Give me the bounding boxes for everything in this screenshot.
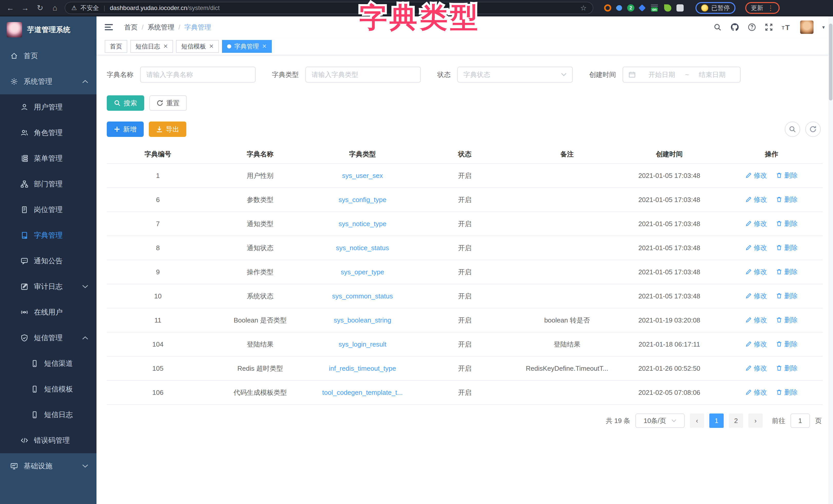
forward-icon[interactable]: → [20, 4, 30, 12]
dict-type-link[interactable]: sys_notice_type [338, 220, 386, 228]
dict-name-input[interactable]: 请输入字典名称 [140, 67, 256, 82]
dict-type-link[interactable]: inf_redis_timeout_type [329, 364, 396, 372]
page-button-1[interactable]: 1 [709, 413, 724, 428]
bookmark-star-icon[interactable]: ☆ [580, 4, 587, 12]
sidebar-item-online-users[interactable]: 在线用户 [0, 299, 96, 325]
sidebar-item-infrastructure[interactable]: 基础设施 [0, 453, 96, 479]
paused-extension-badge[interactable]: 已暂停 [695, 2, 736, 14]
dict-type-link[interactable]: sys_config_type [338, 196, 386, 204]
edit-link[interactable]: 修改 [745, 316, 767, 325]
status-select[interactable]: 字典状态 [457, 67, 573, 82]
edit-link[interactable]: 修改 [745, 364, 767, 373]
extensions-puzzle-icon[interactable] [676, 4, 684, 11]
dict-type-link[interactable]: tool_codegen_template_t... [322, 388, 403, 396]
chevron-down-icon[interactable]: ▾ [822, 24, 825, 30]
delete-link[interactable]: 删除 [776, 340, 798, 349]
breadcrumb-item[interactable]: 首页 [124, 23, 138, 32]
sidebar-item-home[interactable]: 首页 [0, 43, 96, 69]
edit-link[interactable]: 修改 [745, 388, 767, 397]
sidebar-item-post-mgmt[interactable]: 岗位管理 [0, 197, 96, 223]
page-size-select[interactable]: 10条/页 [636, 413, 685, 428]
dict-type-input[interactable]: 请输入字典类型 [305, 67, 421, 82]
user-avatar[interactable] [800, 21, 813, 34]
extension-icon[interactable]: on [650, 4, 659, 11]
date-range-picker[interactable]: 开始日期 ~ 结束日期 [623, 67, 741, 82]
tab-close-icon[interactable]: ✕ [163, 43, 168, 50]
edit-link[interactable]: 修改 [745, 268, 767, 276]
end-date-input[interactable]: 结束日期 [690, 70, 735, 79]
sidebar-item-sms-log[interactable]: 短信日志 [0, 402, 96, 428]
dict-type-link[interactable]: sys_boolean_string [334, 316, 391, 324]
sidebar-item-notice[interactable]: 通知公告 [0, 248, 96, 274]
goto-page-input[interactable]: 1 [790, 413, 810, 428]
sidebar-item-user-mgmt[interactable]: 用户管理 [0, 94, 96, 120]
url-text[interactable]: dashboard.yudao.iocoder.cn/system/dict [110, 4, 220, 11]
tab-短信模板[interactable]: 短信模板 ✕ [176, 40, 219, 53]
search-button[interactable]: 搜索 [107, 95, 144, 111]
sidebar-item-dict-mgmt[interactable]: 字典管理 [0, 223, 96, 248]
add-button[interactable]: 新增 [107, 122, 144, 137]
extension-icon[interactable] [639, 4, 646, 11]
tab-close-icon[interactable]: ✕ [262, 43, 267, 50]
breadcrumb-item[interactable]: 系统管理 [147, 23, 174, 32]
scrollbar-thumb[interactable] [829, 24, 832, 100]
home-nav-icon[interactable]: ⌂ [50, 4, 60, 12]
back-icon[interactable]: ← [5, 4, 16, 12]
sidebar-item-system-mgmt[interactable]: 系统管理 [0, 69, 96, 94]
address-bar[interactable]: ⚠ 不安全 | dashboard.yudao.iocoder.cn/syste… [65, 2, 593, 14]
sidebar-item-sms-template[interactable]: 短信模板 [0, 376, 96, 402]
dict-type-link[interactable]: sys_login_result [338, 341, 386, 348]
security-warning-icon[interactable]: ⚠ [71, 4, 77, 11]
security-warning-label[interactable]: 不安全 [80, 4, 99, 12]
export-button[interactable]: 导出 [149, 122, 186, 137]
delete-link[interactable]: 删除 [776, 316, 798, 325]
sidebar-item-role-mgmt[interactable]: 角色管理 [0, 120, 96, 146]
edit-link[interactable]: 修改 [745, 292, 767, 300]
tab-短信日志[interactable]: 短信日志 ✕ [130, 40, 173, 53]
delete-link[interactable]: 删除 [776, 195, 798, 204]
edit-link[interactable]: 修改 [745, 219, 767, 228]
sidebar-item-sms-channel[interactable]: 短信渠道 [0, 351, 96, 376]
sidebar-item-sms-mgmt[interactable]: 短信管理 [0, 325, 96, 351]
edit-link[interactable]: 修改 [745, 171, 767, 180]
extension-icon[interactable] [604, 4, 611, 11]
tab-close-icon[interactable]: ✕ [209, 43, 214, 50]
sidebar-item-dept-mgmt[interactable]: 部门管理 [0, 171, 96, 197]
hamburger-icon[interactable] [105, 24, 113, 30]
browser-update-button[interactable]: 更新 ⋮ [745, 2, 780, 14]
reload-icon[interactable]: ↻ [35, 4, 45, 12]
prev-page-button[interactable]: ‹ [690, 413, 704, 428]
sidebar-item-error-code[interactable]: 错误码管理 [0, 428, 96, 453]
page-button-2[interactable]: 2 [729, 413, 743, 428]
extension-icon[interactable] [664, 4, 671, 11]
reset-button[interactable]: 重置 [149, 95, 187, 111]
browser-menu-kebab-icon[interactable]: ⋮ [767, 4, 774, 12]
delete-link[interactable]: 删除 [776, 364, 798, 373]
delete-link[interactable]: 删除 [776, 171, 798, 180]
dict-type-link[interactable]: sys_user_sex [342, 172, 383, 179]
next-page-button[interactable]: › [748, 413, 763, 428]
sidebar-item-audit-log[interactable]: 审计日志 [0, 274, 96, 299]
dict-type-link[interactable]: sys_oper_type [341, 268, 384, 276]
delete-link[interactable]: 删除 [776, 219, 798, 228]
extension-icon[interactable]: 2 [627, 4, 634, 11]
extension-icon[interactable] [615, 4, 623, 12]
help-icon[interactable] [748, 23, 756, 31]
start-date-input[interactable]: 开始日期 [640, 70, 684, 79]
tab-首页[interactable]: 首页 [105, 40, 127, 53]
table-search-icon[interactable] [785, 122, 800, 137]
edit-link[interactable]: 修改 [745, 195, 767, 204]
search-icon[interactable] [713, 23, 722, 31]
font-size-icon[interactable]: TT [782, 23, 791, 31]
delete-link[interactable]: 删除 [776, 292, 798, 300]
edit-link[interactable]: 修改 [745, 243, 767, 252]
edit-link[interactable]: 修改 [745, 340, 767, 349]
table-refresh-icon[interactable] [805, 122, 821, 137]
delete-link[interactable]: 删除 [776, 268, 798, 276]
logo-row[interactable]: 芋道管理系统 [0, 17, 96, 43]
delete-link[interactable]: 删除 [776, 388, 798, 397]
fullscreen-icon[interactable] [765, 23, 773, 31]
sidebar-item-menu-mgmt[interactable]: 菜单管理 [0, 146, 96, 171]
dict-type-link[interactable]: sys_notice_status [336, 244, 389, 252]
github-icon[interactable] [730, 23, 739, 31]
